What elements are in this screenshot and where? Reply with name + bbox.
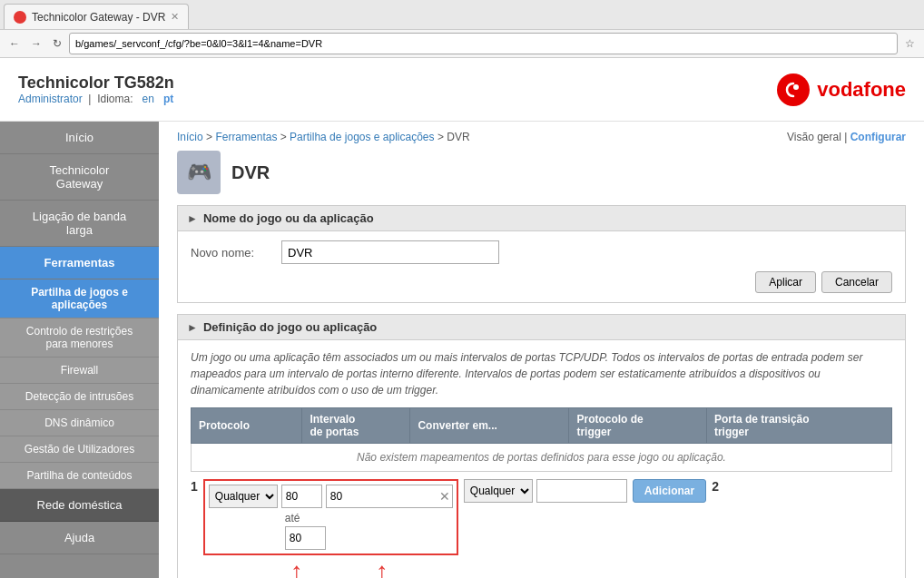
breadcrumb: Início > Ferramentas > Partilha de jogos… (177, 131, 906, 143)
add-inputs-row: Qualquer TCP UDP ✕ (209, 485, 453, 508)
admin-bar: Administrator | Idioma: en pt (18, 93, 174, 105)
address-bar-row: ← → ↻ ☆ (0, 29, 924, 57)
address-input[interactable] (69, 33, 898, 54)
empty-message: Não existem mapeamentos de portas defini… (192, 444, 892, 472)
apply-button[interactable]: Aplicar (755, 271, 816, 293)
sidebar-item-conteudos[interactable]: Partilha de conteúdos (0, 463, 159, 489)
visao-geral-text: Visão geral (787, 131, 841, 143)
tab-bar: Technicolor Gateway - DVR ✕ (0, 0, 924, 29)
ate-text: até (285, 512, 300, 524)
trigger-port-input[interactable] (536, 479, 627, 503)
port-from-input[interactable] (281, 485, 322, 508)
header-left: Technicolor TG582n Administrator | Idiom… (18, 73, 174, 105)
section1-arrow: ► (187, 212, 198, 225)
num1-label: 1 (191, 479, 198, 494)
lang-pt-label: pt (163, 93, 173, 105)
star-button[interactable]: ☆ (901, 35, 919, 52)
browser-tab[interactable]: Technicolor Gateway - DVR ✕ (4, 4, 189, 29)
section2-title: Definição do jogo ou aplicação (203, 320, 377, 334)
red-border-group: Qualquer TCP UDP ✕ (203, 479, 458, 555)
refresh-button[interactable]: ↻ (49, 35, 65, 52)
idioma-label: Idioma: (97, 93, 133, 105)
num2-label: 2 (712, 479, 719, 494)
vodafone-text: vodafone (817, 78, 906, 102)
section1-btn-row: Aplicar Cancelar (191, 271, 892, 293)
lang-en-link[interactable]: en (143, 93, 154, 105)
header-right: vodafone (777, 73, 906, 106)
sidebar-item-deteccao[interactable]: Detecção de intrusões (0, 384, 159, 410)
ports-table: Protocolo Intervalode portas Converter e… (191, 407, 892, 472)
breadcrumb-sep3: > (437, 131, 447, 143)
dvr-icon: 🎮 (177, 151, 221, 194)
sidebar: Início TechnicolorGateway Ligação de ban… (0, 122, 159, 578)
th-intervalo: Intervalode portas (302, 408, 410, 444)
sidebar-item-firewall[interactable]: Firewall (0, 358, 159, 384)
arrow2-icon: ↑ (376, 559, 388, 578)
sidebar-item-ligacao[interactable]: Ligação de bandalarga (0, 201, 159, 247)
section1-body: Novo nome: Aplicar Cancelar (177, 231, 906, 303)
th-converter: Converter em... (410, 408, 569, 444)
th-protocolo: Protocolo (192, 408, 302, 444)
breadcrumb-sep1: > (206, 131, 215, 143)
sidebar-item-rede[interactable]: Rede doméstica (0, 489, 159, 522)
sidebar-item-gestao[interactable]: Gestão de Utilizadores (0, 436, 159, 463)
breadcrumb-sep2: > (280, 131, 290, 143)
breadcrumb-partilha[interactable]: Partilha de jogos e aplicações (290, 131, 434, 143)
section2-header[interactable]: ► Definição do jogo ou aplicação (177, 314, 906, 340)
svg-point-1 (793, 84, 799, 90)
sidebar-item-ajuda[interactable]: Ajuda (0, 522, 159, 554)
add-port-row: 1 Qualquer TCP UDP (191, 479, 892, 555)
cancel-button[interactable]: Cancelar (821, 271, 892, 293)
novo-nome-input[interactable] (281, 240, 499, 264)
header: Technicolor TG582n Administrator | Idiom… (0, 58, 924, 122)
back-button[interactable]: ← (5, 35, 24, 52)
nome-form-row: Novo nome: (191, 240, 892, 264)
sidebar-item-tg[interactable]: TechnicolorGateway (0, 154, 159, 201)
trigger-protocol-select[interactable]: Qualquer TCP UDP (464, 479, 533, 503)
browser-chrome: Technicolor Gateway - DVR ✕ ← → ↻ ☆ (0, 0, 924, 58)
vodafone-icon (777, 73, 810, 106)
breadcrumb-current: DVR (447, 131, 469, 143)
sidebar-item-dns[interactable]: DNS dinâmico (0, 410, 159, 436)
sidebar-item-ferramentas[interactable]: Ferramentas (0, 247, 159, 279)
page-wrapper: Technicolor TG582n Administrator | Idiom… (0, 58, 924, 578)
dvr-title: DVR (231, 162, 270, 183)
breadcrumb-ferramentas[interactable]: Ferramentas (215, 131, 277, 143)
vodafone-svg (783, 80, 803, 100)
tab-title: Technicolor Gateway - DVR (32, 11, 165, 24)
admin-link[interactable]: Administrator (18, 93, 83, 105)
section1-header[interactable]: ► Nome do jogo ou da aplicação (177, 205, 906, 231)
content-area: Início > Ferramentas > Partilha de jogos… (159, 122, 924, 578)
arrow-group: ↑ ↑ (191, 559, 892, 578)
breadcrumb-right: Visão geral | Configurar (787, 131, 906, 143)
adicionar-button[interactable]: Adicionar (633, 479, 706, 503)
convert-input[interactable] (326, 485, 453, 508)
sidebar-item-inicio[interactable]: Início (0, 122, 159, 154)
table-empty-row: Não existem mapeamentos de portas defini… (192, 444, 892, 472)
main-layout: Início TechnicolorGateway Ligação de ban… (0, 122, 924, 578)
section2-body: Um jogo ou uma aplicação têm associados … (177, 340, 906, 578)
protocol-select[interactable]: Qualquer TCP UDP (209, 485, 278, 508)
breadcrumb-path: Início > Ferramentas > Partilha de jogos… (177, 131, 470, 143)
tab-close-button[interactable]: ✕ (171, 11, 179, 23)
breadcrumb-inicio[interactable]: Início (177, 131, 203, 143)
sidebar-item-controlo[interactable]: Controlo de restriçõespara menores (0, 318, 159, 358)
forward-button[interactable]: → (27, 35, 45, 52)
brand-title: Technicolor TG582n (18, 73, 174, 93)
novo-nome-label: Novo nome: (191, 246, 272, 260)
port-to-input[interactable] (285, 526, 326, 550)
sidebar-item-partilha[interactable]: Partilha de jogos eaplicações (0, 279, 159, 318)
tab-favicon (14, 11, 26, 24)
definition-desc: Um jogo ou uma aplicação têm associados … (191, 349, 892, 398)
dvr-header: 🎮 DVR (177, 151, 906, 194)
section1-title: Nome do jogo ou da aplicação (203, 211, 374, 225)
section2-arrow: ► (187, 321, 198, 334)
table-header-row: Protocolo Intervalode portas Converter e… (192, 408, 892, 444)
arrow1-icon: ↑ (290, 559, 303, 578)
convert-wrapper: ✕ (326, 485, 453, 508)
vodafone-logo: vodafone (777, 73, 906, 106)
th-protocolo-trigger: Protocolo detrigger (569, 408, 706, 444)
configurar-link[interactable]: Configurar (850, 131, 906, 143)
th-porta-transicao: Porta de transiçãotrigger (706, 408, 891, 444)
convert-clear-button[interactable]: ✕ (439, 489, 450, 504)
